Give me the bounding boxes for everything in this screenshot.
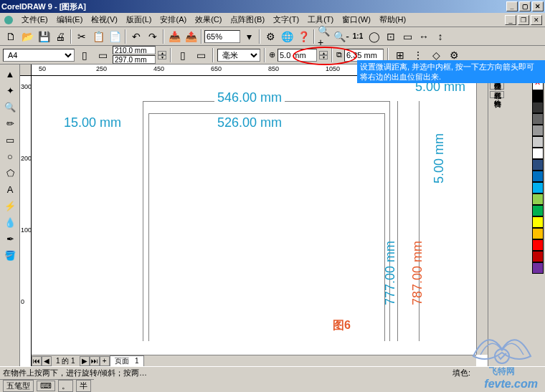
eyedropper-tool[interactable]: 💧 [1, 214, 19, 230]
cut-button[interactable]: ✂ [74, 29, 90, 44]
color-swatch[interactable] [532, 193, 544, 205]
close-button[interactable]: ✕ [532, 1, 544, 11]
color-swatch[interactable] [532, 251, 544, 262]
outline-tool[interactable]: ✒ [1, 231, 19, 247]
page-first-button[interactable]: ⏮ [32, 356, 42, 366]
color-swatch[interactable] [532, 171, 544, 182]
docker-tab-2[interactable]: 样式色彩 [490, 82, 504, 90]
page-prev-button[interactable]: ◀ [42, 356, 52, 366]
open-button[interactable]: 📂 [19, 29, 35, 44]
color-swatch[interactable] [532, 205, 544, 216]
zoom-actual-button[interactable]: 1:1 [350, 29, 366, 44]
menu-bitmap[interactable]: 点阵图(B) [226, 13, 269, 27]
page-tab-1[interactable]: 页面 1 [110, 355, 144, 367]
zoom-input[interactable] [204, 30, 240, 43]
text-tool[interactable]: A [1, 181, 19, 197]
zoom-dropdown[interactable]: ▾ [241, 29, 257, 44]
paper-size-select[interactable]: A4 [3, 49, 75, 62]
nudge-spin-down[interactable]: ▾ [319, 55, 328, 59]
canvas-area[interactable]: 50 250 450 650 850 1050 1250 1450 300 20… [20, 64, 488, 366]
doc-restore-button[interactable]: ❐ [518, 15, 529, 25]
zoom-page-button[interactable]: ▭ [399, 29, 415, 44]
portrait-button[interactable]: ▯ [77, 47, 93, 63]
menu-window[interactable]: 窗口(W) [338, 13, 375, 27]
ime-mode-icon[interactable]: ⌨ [37, 381, 55, 391]
ime-name[interactable]: 五笔型 [3, 380, 34, 392]
spin-down[interactable]: ▾ [158, 55, 166, 59]
dimension-526: 526.00 mm [214, 115, 285, 130]
color-swatch[interactable] [532, 228, 544, 239]
zoom-tool[interactable]: 🔍 [1, 99, 19, 115]
vertical-scrollbar[interactable] [476, 76, 488, 355]
page-height-input[interactable] [113, 55, 156, 64]
doc-minimize-button[interactable]: _ [505, 15, 516, 25]
page-width-input[interactable] [113, 46, 156, 54]
color-swatch[interactable] [532, 125, 544, 136]
color-swatch[interactable] [532, 262, 544, 274]
import-button[interactable]: 📥 [166, 29, 182, 44]
polygon-tool[interactable]: ⬠ [1, 165, 19, 181]
whatsthis-button[interactable]: ❓ [295, 29, 311, 44]
undo-button[interactable]: ↶ [128, 29, 144, 44]
orient-portrait-icon[interactable]: ▯ [175, 47, 191, 63]
page-last-button[interactable]: ⏭ [90, 356, 100, 366]
color-swatch[interactable] [532, 148, 544, 159]
zoom-width-button[interactable]: ↔ [416, 29, 432, 44]
color-swatch[interactable] [532, 102, 544, 113]
interactive-tool[interactable]: ⚡ [1, 198, 19, 214]
rectangle-tool[interactable]: ▭ [1, 132, 19, 148]
zoom-sel-button[interactable]: ◯ [366, 29, 382, 44]
doc-close-button[interactable]: ✕ [531, 15, 542, 25]
ellipse-tool[interactable]: ○ [1, 148, 19, 164]
new-button[interactable]: 🗋 [3, 29, 19, 44]
menu-edit[interactable]: 编辑(E) [52, 13, 87, 27]
menu-effects[interactable]: 效果(C) [191, 13, 226, 27]
docker-tab-3[interactable]: 物件资料 [490, 91, 504, 98]
menu-layout[interactable]: 版面(L) [122, 13, 156, 27]
units-select[interactable]: 毫米 [217, 49, 260, 62]
menu-help[interactable]: 帮助(H) [375, 13, 410, 27]
vertical-ruler[interactable]: 300 200 100 0 [20, 76, 32, 366]
color-swatch[interactable] [532, 113, 544, 125]
pick-tool[interactable]: ▲ [1, 66, 19, 82]
menu-text[interactable]: 文字(T) [269, 13, 303, 27]
redo-button[interactable]: ↷ [145, 29, 161, 44]
ime-width-icon[interactable]: 半 [76, 380, 91, 392]
freehand-tool[interactable]: ✏ [1, 115, 19, 131]
orient-landscape-icon[interactable]: ▭ [193, 47, 209, 63]
color-swatch[interactable] [532, 182, 544, 193]
corel-online-button[interactable]: 🌐 [279, 29, 295, 44]
color-swatch[interactable] [532, 239, 544, 251]
save-button[interactable]: 💾 [36, 29, 52, 44]
menu-file[interactable]: 文件(E) [17, 13, 52, 27]
ime-punct-icon[interactable]: 。 [58, 380, 73, 392]
page-next-button[interactable]: ▶ [80, 356, 90, 366]
page-add-button[interactable]: + [100, 356, 110, 366]
drawing-canvas[interactable]: 546.00 mm 526.00 mm 15.00 mm 5.00 mm 5.0… [32, 76, 488, 366]
shape-tool[interactable]: ✦ [1, 82, 19, 98]
copy-button[interactable]: 📋 [90, 29, 106, 44]
zoom-out-button[interactable]: 🔍- [333, 29, 349, 44]
print-button[interactable]: 🖨 [52, 29, 68, 44]
ruler-origin[interactable] [20, 64, 32, 76]
export-button[interactable]: 📤 [183, 29, 199, 44]
color-swatch[interactable] [532, 136, 544, 148]
zoom-all-button[interactable]: ⊡ [383, 29, 399, 44]
menu-arrange[interactable]: 安排(A) [156, 13, 191, 27]
paste-button[interactable]: 📄 [107, 29, 123, 44]
dup-offset-input[interactable] [344, 49, 384, 62]
menu-view[interactable]: 检视(V) [87, 13, 122, 27]
color-swatch[interactable] [532, 159, 544, 171]
nudge-input[interactable] [278, 49, 317, 62]
color-swatch[interactable] [532, 90, 544, 102]
launch-button[interactable]: ⚙ [262, 29, 278, 44]
inner-frame-rect[interactable] [148, 113, 385, 341]
fill-tool[interactable]: 🪣 [1, 247, 19, 263]
minimize-button[interactable]: _ [506, 1, 518, 11]
docker-tabs: ✕ 物件管理员 样式色彩 物件资料 [488, 64, 532, 366]
landscape-button[interactable]: ▭ [95, 47, 110, 63]
maximize-button[interactable]: ▢ [519, 1, 531, 11]
color-swatch[interactable] [532, 216, 544, 228]
zoom-height-button[interactable]: ↕ [432, 29, 448, 44]
zoom-in-button[interactable]: 🔍+ [317, 29, 333, 44]
